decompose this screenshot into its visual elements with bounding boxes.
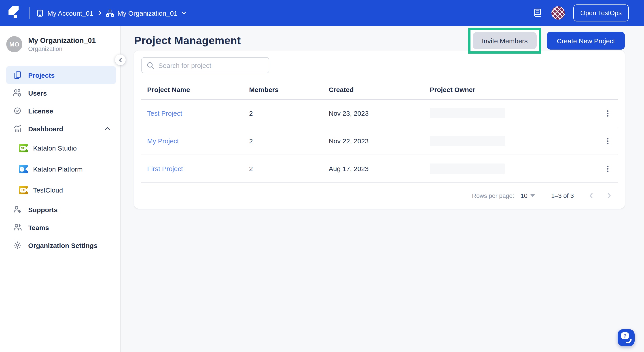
project-owner-placeholder [430,136,505,146]
topbar-actions: Open TestOps [532,4,629,21]
project-link[interactable]: First Project [147,165,183,173]
chevron-right-icon [97,10,102,16]
column-header-members: Members [249,86,329,93]
rows-per-page-value: 10 [520,192,528,199]
rows-per-page-label: Rows per page: [472,192,514,199]
sidebar-item-katalon-platform[interactable]: T Katalon Platform [6,159,116,179]
projects-copy-icon [13,71,22,79]
gear-icon [13,241,22,249]
sidebar-item-label: Organization Settings [28,241,98,249]
row-actions-menu-button[interactable] [602,135,614,147]
sidebar-item-label: Dashboard [28,125,63,133]
sidebar-item-label: Users [28,89,47,97]
project-link[interactable]: My Project [147,137,179,145]
sidebar: MO My Organization_01 Organization Proje… [0,26,121,352]
project-owner-placeholder [430,108,505,118]
sidebar-item-katalon-studio[interactable]: SE Katalon Studio [6,138,116,159]
search-input[interactable] [158,61,264,69]
sidebar-item-dashboard[interactable]: Dashboard [6,120,116,138]
created-cell: Nov 23, 2023 [329,109,430,117]
docs-icon[interactable] [532,7,543,18]
organization-header: MO My Organization_01 Organization [0,26,120,61]
sidebar-subitem-label: TestCloud [33,186,63,194]
breadcrumb: My Account_01 My Organization_01 [36,9,186,17]
search-icon [147,61,154,69]
column-header-project-name: Project Name [141,86,249,93]
katalon-studio-icon: SE [19,144,28,152]
sidebar-item-label: Teams [28,224,49,231]
pagination: Rows per page: 10 1–3 of 3 [141,183,618,209]
license-badge-icon [13,107,22,115]
support-person-tag-icon [13,205,22,213]
sidebar-item-license[interactable]: License [6,102,116,120]
sidebar-item-projects[interactable]: Projects [6,66,116,84]
katalon-platform-icon: T [19,165,28,173]
breadcrumb-organization-label: My Organization_01 [118,9,178,17]
sidebar-subitem-label: Katalon Platform [33,165,83,173]
created-cell: Aug 17, 2023 [329,165,430,173]
page-header: Project Management Invite Members Create… [121,26,644,54]
created-cell: Nov 22, 2023 [329,137,430,145]
previous-page-button[interactable] [586,190,597,201]
table-header: Project Name Members Created Project Own… [141,80,618,100]
table-row: My Project 2 Nov 22, 2023 [141,127,618,155]
members-cell: 2 [249,165,329,173]
help-icon: ? [621,332,629,339]
breadcrumb-account[interactable]: My Account_01 [36,9,93,17]
sidebar-collapse-button[interactable] [115,54,126,65]
sidebar-item-label: Supports [28,206,58,213]
sidebar-subitem-label: Katalon Studio [33,144,77,152]
help-swoosh-icon [626,338,632,344]
column-header-project-owner: Project Owner [430,86,587,93]
row-actions-menu-button[interactable] [602,162,614,175]
users-gear-icon [13,89,22,97]
breadcrumb-organization[interactable]: My Organization_01 [106,9,186,17]
organization-name: My Organization_01 [28,36,96,44]
dashboard-chart-icon [13,124,22,133]
building-icon [36,9,44,17]
breadcrumb-account-label: My Account_01 [48,9,93,17]
chevron-up-icon [104,126,110,132]
sidebar-item-organization-settings[interactable]: Organization Settings [6,236,116,254]
invite-members-button[interactable]: Invite Members [473,32,537,49]
projects-card: Project Name Members Created Project Own… [134,50,625,209]
org-chart-icon [106,9,114,17]
sidebar-item-teams[interactable]: Teams [6,218,116,236]
sidebar-item-label: License [28,107,53,115]
organization-type-label: Organization [28,45,96,52]
table-row: First Project 2 Aug 17, 2023 [141,155,618,183]
members-cell: 2 [249,109,329,117]
sidebar-item-users[interactable]: Users [6,84,116,102]
chevron-down-icon [181,10,186,16]
project-search [141,57,269,73]
sidebar-item-supports[interactable]: Supports [6,200,116,218]
help-button[interactable]: ? [618,329,634,346]
header-actions: Invite Members Create New Project [468,28,625,54]
members-cell: 2 [249,137,329,145]
caret-down-icon [531,194,535,197]
sidebar-item-testcloud[interactable]: TC TestCloud [6,179,116,200]
sidebar-item-label: Projects [28,71,54,79]
open-testops-button[interactable]: Open TestOps [573,4,629,21]
katalon-logo-icon[interactable] [8,6,24,20]
sidebar-nav: Projects Users [0,61,120,254]
create-new-project-button[interactable]: Create New Project [547,32,625,50]
topbar: My Account_01 My Organization_01 [0,0,644,26]
user-avatar[interactable] [551,6,564,20]
page-title: Project Management [134,34,241,47]
topbar-divider [30,7,30,19]
row-actions-menu-button[interactable] [602,107,614,120]
testcloud-icon: TC [19,186,28,194]
pagination-range-label: 1–3 of 3 [551,192,574,199]
app-root: My Account_01 My Organization_01 [0,0,644,352]
next-page-button[interactable] [603,190,615,201]
main-content: Project Management Invite Members Create… [121,26,644,352]
project-link[interactable]: Test Project [147,109,182,117]
table-row: Test Project 2 Nov 23, 2023 [141,100,618,127]
pagination-controls [586,190,615,201]
rows-per-page-select[interactable]: 10 [520,192,535,199]
invite-members-highlight: Invite Members [468,28,541,54]
project-owner-placeholder [430,164,505,174]
organization-avatar: MO [6,36,22,52]
teams-people-icon [13,223,22,231]
